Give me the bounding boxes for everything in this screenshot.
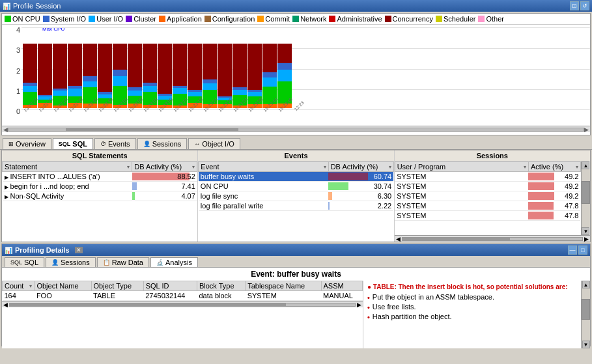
bottom-col-block-type[interactable]: Block Type	[197, 281, 245, 291]
scroll-left-btn[interactable]: ◀	[3, 126, 8, 133]
bottom-panel: 📊 Profiling Details ✕ — □ SQLSQL👤Session…	[1, 244, 591, 346]
tab-overview[interactable]: ⊞Overview	[3, 138, 51, 149]
tab-object-i/o[interactable]: ↔Object I/O	[188, 138, 240, 149]
session-row-2[interactable]: SYSTEM 49.2	[395, 191, 580, 201]
sql-row-2[interactable]: ▶ Non-SQL Activity 4.07	[3, 191, 197, 201]
bottom-h-thumb[interactable]	[10, 303, 286, 306]
sql-table-container: Statement ▾ DB Activity (%) ▾ ▶ INSERT I…	[2, 161, 197, 201]
grid-icon: ⊞	[8, 141, 14, 147]
sessions-scroll-down[interactable]: ▼	[582, 227, 589, 235]
bottom-info-section: ● TABLE: Then the insert block is hot, s…	[363, 281, 581, 348]
sessions-icon: 👤	[143, 141, 150, 147]
activity-value: 47.8	[565, 202, 578, 210]
event-row-0[interactable]: buffer busy waits 60.74	[199, 172, 393, 182]
bottom-scroll-track[interactable]	[582, 288, 590, 341]
sessions-h-scrollbar[interactable]: ◀ ▶	[395, 235, 590, 242]
session-user-cell: SYSTEM	[395, 211, 528, 221]
profiling-tab-sql[interactable]: SQLSQL	[5, 257, 44, 267]
sessions-icon: 👤	[51, 259, 59, 266]
session-row-0[interactable]: SYSTEM 49.2	[395, 172, 580, 182]
sql-row-1[interactable]: ▶ begin for i ...nd loop; end 7.41	[3, 182, 197, 191]
session-row-1[interactable]: SYSTEM 49.2	[395, 182, 580, 191]
minimize-icon[interactable]: ⊡	[570, 1, 579, 10]
bullet-icon: •	[367, 303, 370, 311]
tab-events[interactable]: ⏱Events	[94, 138, 136, 149]
scroll-track[interactable]	[8, 128, 584, 132]
session-row-3[interactable]: SYSTEM 47.8	[395, 201, 580, 211]
session-activity-cell: 49.2	[528, 182, 580, 191]
sessions-table: User / Program ▾ Active (%) ▾ SYSTEM 49.…	[395, 161, 581, 221]
bottom-scroll-up[interactable]: ▲	[582, 281, 590, 288]
info-bullet: •Hash partition the object.	[367, 313, 577, 321]
profiling-close-icon[interactable]: ✕	[75, 247, 83, 253]
event-name-cell: ON CPU	[199, 182, 328, 191]
sessions-scroll-thumb[interactable]	[582, 181, 590, 204]
events-section: Events Event ▾ DB Activity (%) ▾ buffer …	[198, 150, 394, 242]
event-row-3[interactable]: log file parallel write 2.22	[199, 201, 393, 211]
y-val-2: 2	[3, 67, 20, 75]
bottom-col-assm[interactable]: ASSM	[321, 281, 363, 291]
legend-color	[436, 16, 442, 22]
title-bar-icons: ⊡ ↺	[570, 1, 589, 10]
bar-segment	[262, 72, 277, 77]
sessions-scroll-up[interactable]: ▲	[582, 161, 589, 169]
chart-content: Max CPU 13:22:2413:22:2913:22:3413:22:39…	[21, 25, 590, 126]
bar-segment	[173, 44, 187, 85]
sessions-scroll-left[interactable]: ◀	[395, 236, 402, 242]
object-type-cell: TABLE	[91, 291, 143, 301]
sql-row-0[interactable]: ▶ INSERT INTO ...ALUES ('a') 88.52	[3, 172, 197, 182]
legend-label: Concurrency	[393, 15, 433, 23]
bottom-col-sql-id[interactable]: SQL ID	[143, 281, 197, 291]
sql-table: Statement ▾ DB Activity (%) ▾ ▶ INSERT I…	[2, 161, 197, 201]
session-row-4[interactable]: SYSTEM 47.8	[395, 211, 580, 221]
bottom-h-scrollbar[interactable]: ◀ ▶	[2, 301, 363, 307]
legend-item-scheduler: Scheduler	[436, 15, 476, 23]
bottom-col-tablespace-name[interactable]: Tablespace Name	[246, 281, 321, 291]
bottom-scroll-right[interactable]: ▶	[356, 301, 363, 308]
refresh-icon[interactable]: ↺	[580, 1, 589, 10]
bar-segment	[247, 92, 262, 96]
bottom-row-0[interactable]: 164 FOO TABLE 2745032144 data block SYST…	[3, 291, 363, 301]
sessions-scroll-right[interactable]: ▶	[583, 236, 590, 242]
activity-value: 49.2	[565, 182, 578, 190]
event-row-2[interactable]: log file sync 6.30	[199, 191, 393, 201]
bottom-v-scrollbar[interactable]: ▲ ▼	[581, 281, 590, 348]
sql-col-statement[interactable]: Statement ▾	[3, 162, 132, 172]
profiling-tab-sessions[interactable]: 👤Sessions	[46, 257, 96, 267]
profiling-tab-analysis[interactable]: 🔬Analysis	[150, 257, 198, 267]
scroll-thumb[interactable]	[66, 128, 238, 131]
bottom-col-object-name[interactable]: Object Name	[35, 281, 91, 291]
bottom-scroll-left[interactable]: ◀	[2, 301, 9, 308]
sessions-scroll-track[interactable]	[582, 169, 590, 227]
bar-segment	[262, 77, 277, 87]
event-col-event[interactable]: Event ▾	[199, 162, 328, 172]
tab-sessions[interactable]: 👤Sessions	[137, 138, 188, 149]
bottom-min-icon[interactable]: —	[568, 245, 577, 255]
event-row-1[interactable]: ON CPU 30.74	[199, 182, 393, 191]
session-col-active[interactable]: Active (%) ▾	[528, 162, 580, 172]
legend-item-cluster: Cluster	[126, 15, 156, 23]
sql-col-activity[interactable]: DB Activity (%) ▾	[132, 162, 197, 172]
session-user-cell: SYSTEM	[395, 201, 528, 211]
legend-item-configuration: Configuration	[204, 15, 255, 23]
sessions-h-thumb[interactable]	[402, 238, 511, 240]
object-icon: ↔	[194, 141, 200, 147]
sessions-h-track[interactable]	[402, 237, 583, 241]
bar-segment	[83, 81, 97, 88]
sessions-content: User / Program ▾ Active (%) ▾ SYSTEM 49.…	[395, 161, 590, 235]
bottom-col-count[interactable]: Count ▾	[3, 281, 35, 291]
bottom-h-track[interactable]	[9, 303, 356, 307]
chart-scrollbar-h[interactable]: ◀ ▶	[2, 126, 590, 132]
block-type-cell: data block	[197, 291, 245, 301]
tab-sql[interactable]: SQLSQL	[53, 138, 93, 149]
scroll-right-btn[interactable]: ▶	[584, 126, 589, 133]
bar-segment	[277, 44, 292, 63]
bottom-col-object-type[interactable]: Object Type	[91, 281, 143, 291]
session-col-user[interactable]: User / Program ▾	[395, 162, 528, 172]
profiling-tab-raw-data[interactable]: 📋Raw Data	[97, 257, 149, 267]
bottom-scroll-down[interactable]: ▼	[582, 341, 590, 348]
bottom-max-icon[interactable]: □	[578, 245, 587, 255]
bottom-scroll-thumb[interactable]	[582, 299, 590, 320]
event-col-activity[interactable]: DB Activity (%) ▾	[328, 162, 393, 172]
sessions-scrollbar[interactable]: ▲ ▼	[581, 161, 590, 235]
